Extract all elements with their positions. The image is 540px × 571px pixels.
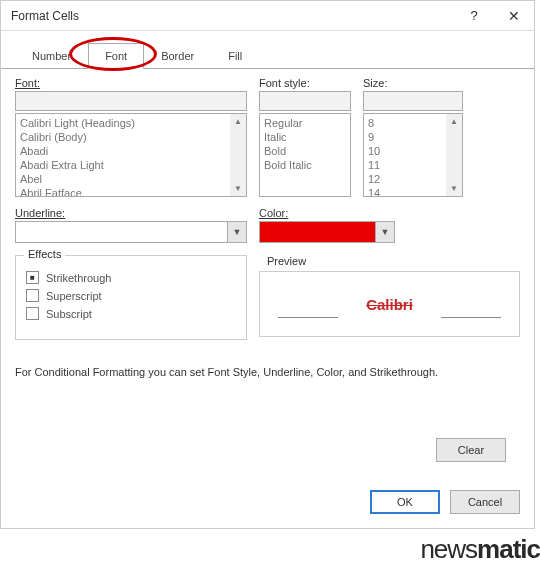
- checkbox-icon: [26, 307, 39, 320]
- close-button[interactable]: ✕: [494, 8, 534, 24]
- watermark: newsmatic: [420, 534, 540, 565]
- underline-combo[interactable]: ▼: [15, 221, 247, 243]
- list-item[interactable]: 11: [368, 158, 458, 172]
- watermark-b: matic: [477, 534, 540, 564]
- tab-fill[interactable]: Fill: [211, 43, 259, 69]
- style-items: Regular Italic Bold Bold Italic: [260, 114, 350, 174]
- list-item[interactable]: Abel: [20, 172, 242, 186]
- list-item[interactable]: Calibri Light (Headings): [20, 116, 242, 130]
- style-input[interactable]: [259, 91, 351, 111]
- format-cells-dialog: Format Cells ? ✕ Number Font Border Fill…: [0, 0, 535, 529]
- subscript-checkbox[interactable]: Subscript: [26, 307, 236, 320]
- preview-label: Preview: [267, 255, 520, 267]
- dialog-title: Format Cells: [11, 9, 454, 23]
- ok-button[interactable]: OK: [370, 490, 440, 514]
- list-item[interactable]: Bold Italic: [264, 158, 346, 172]
- color-column: Color: ▼: [259, 207, 463, 243]
- chevron-down-icon[interactable]: ▼: [375, 221, 395, 243]
- list-item[interactable]: Bold: [264, 144, 346, 158]
- row-effects-preview: Effects Strikethrough Superscript Subscr…: [15, 255, 520, 340]
- checkbox-label: Subscript: [46, 308, 92, 320]
- info-note: For Conditional Formatting you can set F…: [15, 366, 520, 378]
- preview-box: Calibri: [259, 271, 520, 337]
- watermark-a: news: [420, 534, 477, 564]
- list-item[interactable]: Abril Fatface: [20, 186, 242, 197]
- size-label: Size:: [363, 77, 463, 89]
- row-font-style-size: Font: Calibri Light (Headings) Calibri (…: [15, 77, 520, 197]
- checkbox-icon: [26, 271, 39, 284]
- font-column: Font: Calibri Light (Headings) Calibri (…: [15, 77, 247, 197]
- underline-label: Underline:: [15, 207, 247, 219]
- font-items: Calibri Light (Headings) Calibri (Body) …: [16, 114, 246, 197]
- tab-border[interactable]: Border: [144, 43, 211, 69]
- checkbox-label: Superscript: [46, 290, 102, 302]
- font-input[interactable]: [15, 91, 247, 111]
- scroll-up-icon[interactable]: ▲: [234, 117, 242, 126]
- preview-text: Calibri: [366, 296, 413, 313]
- size-input[interactable]: [363, 91, 463, 111]
- list-item[interactable]: 9: [368, 130, 458, 144]
- preview-line: [278, 317, 338, 318]
- tab-number[interactable]: Number: [15, 43, 88, 69]
- color-label: Color:: [259, 207, 463, 219]
- color-swatch: [259, 221, 375, 243]
- scroll-down-icon[interactable]: ▼: [234, 184, 242, 193]
- list-item[interactable]: Regular: [264, 116, 346, 130]
- size-listbox[interactable]: 8 9 10 11 12 14 ▲ ▼: [363, 113, 463, 197]
- style-column: Font style: Regular Italic Bold Bold Ita…: [259, 77, 351, 197]
- style-label: Font style:: [259, 77, 351, 89]
- font-scrollbar[interactable]: ▲ ▼: [230, 114, 246, 196]
- size-scrollbar[interactable]: ▲ ▼: [446, 114, 462, 196]
- color-combo[interactable]: ▼: [259, 221, 395, 243]
- list-item[interactable]: Calibri (Body): [20, 130, 242, 144]
- font-listbox[interactable]: Calibri Light (Headings) Calibri (Body) …: [15, 113, 247, 197]
- list-item[interactable]: 14: [368, 186, 458, 197]
- list-item[interactable]: Abadi: [20, 144, 242, 158]
- checkbox-label: Strikethrough: [46, 272, 111, 284]
- strikethrough-checkbox[interactable]: Strikethrough: [26, 271, 236, 284]
- list-item[interactable]: 10: [368, 144, 458, 158]
- underline-value: [15, 221, 227, 243]
- scroll-up-icon[interactable]: ▲: [450, 117, 458, 126]
- list-item[interactable]: Italic: [264, 130, 346, 144]
- help-button[interactable]: ?: [454, 8, 494, 23]
- size-column: Size: 8 9 10 11 12 14 ▲ ▼: [363, 77, 463, 197]
- list-item[interactable]: Abadi Extra Light: [20, 158, 242, 172]
- cancel-button[interactable]: Cancel: [450, 490, 520, 514]
- chevron-down-icon[interactable]: ▼: [227, 221, 247, 243]
- effects-legend: Effects: [24, 248, 65, 260]
- tab-bar: Number Font Border Fill: [1, 31, 534, 69]
- list-item[interactable]: 8: [368, 116, 458, 130]
- effects-fieldset: Effects Strikethrough Superscript Subscr…: [15, 255, 247, 340]
- scroll-down-icon[interactable]: ▼: [450, 184, 458, 193]
- row-underline-color: Underline: ▼ Color: ▼: [15, 207, 520, 243]
- tab-body: Font: Calibri Light (Headings) Calibri (…: [1, 69, 534, 482]
- underline-column: Underline: ▼: [15, 207, 247, 243]
- titlebar: Format Cells ? ✕: [1, 1, 534, 31]
- font-label: Font:: [15, 77, 247, 89]
- dialog-buttons: OK Cancel: [1, 482, 534, 528]
- style-listbox[interactable]: Regular Italic Bold Bold Italic: [259, 113, 351, 197]
- superscript-checkbox[interactable]: Superscript: [26, 289, 236, 302]
- clear-button[interactable]: Clear: [436, 438, 506, 462]
- checkbox-icon: [26, 289, 39, 302]
- preview-column: Preview Calibri: [259, 255, 520, 340]
- list-item[interactable]: 12: [368, 172, 458, 186]
- clear-row: Clear: [15, 438, 520, 468]
- tab-font[interactable]: Font: [88, 43, 144, 69]
- preview-line: [441, 317, 501, 318]
